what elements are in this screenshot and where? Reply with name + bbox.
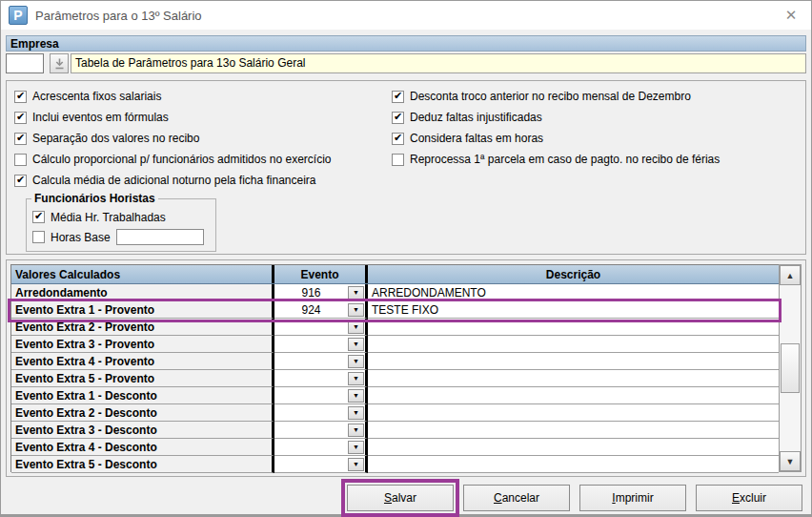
option-left-checkbox-2[interactable]: ✔ xyxy=(14,133,27,145)
table-row-7[interactable]: Evento Extra 2 - Desconto ▼ xyxy=(11,404,779,422)
option-left-checkbox-1[interactable]: ✔ xyxy=(14,112,27,124)
cell-valores: Evento Extra 3 - Desconto xyxy=(11,422,274,439)
cell-valores: Evento Extra 2 - Desconto xyxy=(11,404,274,422)
cell-descricao: ARREDONDAMENTO xyxy=(368,284,779,301)
empresa-code-input[interactable] xyxy=(6,53,44,73)
cell-descricao xyxy=(368,336,779,353)
cell-descricao xyxy=(368,422,779,439)
option-right-checkbox-1[interactable]: ✔ xyxy=(392,112,404,124)
option-left-row-0: ✔ Acrescenta fixos salariais xyxy=(14,86,392,107)
checkbox-label: Acrescenta fixos salariais xyxy=(32,90,161,103)
scroll-up-icon[interactable]: ▲ xyxy=(780,265,801,285)
checkbox-label: Calcula média de adicional noturno pela … xyxy=(32,174,316,187)
table-row-2[interactable]: Evento Extra 2 - Provento ▼ xyxy=(11,319,779,336)
cell-descricao xyxy=(368,319,779,336)
checkbox-label: Deduz faltas injustificadas xyxy=(410,111,542,124)
empresa-lookup-button[interactable] xyxy=(50,53,69,73)
valores-calculados-grid: Valores Calculados Evento Descrição Arre… xyxy=(10,264,779,472)
cell-evento[interactable]: ▼ xyxy=(274,353,368,370)
options-column-right: ✔ Desconta troco anterior no recibo mens… xyxy=(392,86,803,250)
option-right-checkbox-2[interactable]: ✔ xyxy=(392,133,404,145)
cell-valores: Arredondamento xyxy=(11,284,274,301)
evento-value: 916 xyxy=(274,286,348,300)
cell-evento[interactable]: ▼ xyxy=(274,370,368,387)
media-hr-checkbox[interactable]: ✔ xyxy=(32,211,45,223)
horas-base-label: Horas Base xyxy=(51,231,111,244)
salvar-button[interactable]: Salvar xyxy=(347,485,454,511)
horas-base-input[interactable] xyxy=(116,229,204,245)
dropdown-arrow-icon[interactable]: ▼ xyxy=(348,286,364,300)
table-row-1[interactable]: Evento Extra 1 - Provento 924 ▼ TESTE FI… xyxy=(11,301,779,319)
evento-value: 924 xyxy=(274,303,348,317)
cell-valores: Evento Extra 4 - Provento xyxy=(11,353,274,370)
valores-calculados-table-panel: Valores Calculados Evento Descrição Arre… xyxy=(6,259,806,477)
option-left-row-1: ✔ Inclui eventos em fórmulas xyxy=(14,107,392,128)
imprimir-button[interactable]: Imprimir xyxy=(579,485,686,511)
table-row-5[interactable]: Evento Extra 5 - Provento ▼ xyxy=(11,370,779,387)
cell-descricao xyxy=(368,370,779,387)
table-row-10[interactable]: Evento Extra 5 - Desconto ▼ xyxy=(11,456,779,473)
cell-valores: Evento Extra 4 - Desconto xyxy=(11,439,274,456)
horas-base-row: Horas Base xyxy=(32,227,210,247)
option-right-row-3: Reprocessa 1ª parcela em caso de pagto. … xyxy=(392,149,803,170)
cell-evento[interactable]: ▼ xyxy=(274,422,368,439)
option-left-row-3: Cálculo proporcional p/ funcionários adm… xyxy=(14,149,392,170)
cell-evento[interactable]: ▼ xyxy=(274,404,368,422)
cancelar-button[interactable]: Cancelar xyxy=(463,485,570,511)
options-left-list: ✔ Acrescenta fixos salariais ✔ Inclui ev… xyxy=(14,86,392,191)
vertical-scrollbar[interactable]: ▲ ▼ xyxy=(779,264,802,472)
option-right-checkbox-3[interactable] xyxy=(392,154,404,166)
header-evento: Evento xyxy=(274,265,368,283)
grid-body: Arredondamento 916 ▼ ARREDONDAMENTO Even… xyxy=(11,284,779,473)
cell-evento[interactable]: ▼ xyxy=(274,387,368,404)
dropdown-arrow-icon[interactable]: ▼ xyxy=(348,303,364,317)
checkbox-label: Desconta troco anterior no recibo mensal… xyxy=(410,90,691,103)
cell-descricao xyxy=(368,404,779,422)
cell-evento[interactable]: ▼ xyxy=(274,456,368,473)
scroll-down-icon[interactable]: ▼ xyxy=(780,451,801,471)
cell-evento[interactable]: ▼ xyxy=(274,336,368,353)
dropdown-arrow-icon[interactable]: ▼ xyxy=(348,406,364,420)
options-column-left: ✔ Acrescenta fixos salariais ✔ Inclui ev… xyxy=(14,86,392,250)
cell-valores: Evento Extra 2 - Provento xyxy=(11,319,274,336)
table-row-6[interactable]: Evento Extra 1 - Desconto ▼ xyxy=(11,387,779,404)
option-right-row-2: ✔ Considera faltas em horas xyxy=(392,128,803,149)
dropdown-arrow-icon[interactable]: ▼ xyxy=(348,372,364,385)
funcionarios-horistas-group: Funcionários Horistas ✔ Média Hr. Trabal… xyxy=(26,198,216,252)
dropdown-arrow-icon[interactable]: ▼ xyxy=(348,355,364,368)
close-icon[interactable]: ✕ xyxy=(773,2,809,29)
dropdown-arrow-icon[interactable]: ▼ xyxy=(348,321,364,334)
option-right-checkbox-0[interactable]: ✔ xyxy=(392,91,404,103)
dropdown-arrow-icon[interactable]: ▼ xyxy=(348,424,364,437)
empresa-row: Tabela de Parâmetros para 13o Salário Ge… xyxy=(6,53,806,73)
option-right-row-0: ✔ Desconta troco anterior no recibo mens… xyxy=(392,86,803,107)
dropdown-arrow-icon[interactable]: ▼ xyxy=(348,441,364,454)
table-row-3[interactable]: Evento Extra 3 - Provento ▼ xyxy=(11,336,779,353)
empresa-section-header: Empresa xyxy=(6,35,806,52)
button-row: SalvarCancelarImprimirExcluir xyxy=(6,483,806,513)
table-row-0[interactable]: Arredondamento 916 ▼ ARREDONDAMENTO xyxy=(11,284,779,301)
cell-evento[interactable]: ▼ xyxy=(274,439,368,456)
option-left-checkbox-3[interactable] xyxy=(14,154,27,166)
table-row-8[interactable]: Evento Extra 3 - Desconto ▼ xyxy=(11,422,779,439)
cell-valores: Evento Extra 5 - Provento xyxy=(11,370,274,387)
excluir-button[interactable]: Excluir xyxy=(696,485,802,511)
dropdown-arrow-icon[interactable]: ▼ xyxy=(348,389,364,403)
table-row-9[interactable]: Evento Extra 4 - Desconto ▼ xyxy=(11,439,779,456)
scrollbar-thumb[interactable] xyxy=(781,343,800,393)
cell-evento[interactable]: 924 ▼ xyxy=(274,301,368,319)
option-left-row-4: ✔ Calcula média de adicional noturno pel… xyxy=(14,170,392,191)
cell-evento[interactable]: 916 ▼ xyxy=(274,284,368,301)
horas-base-checkbox[interactable] xyxy=(32,231,45,243)
dialog-content: Empresa Tabela de Parâmetros para 13o Sa… xyxy=(1,30,811,514)
window-title: Parâmetros para o 13º Salário xyxy=(35,9,202,23)
cell-valores: Evento Extra 5 - Desconto xyxy=(11,456,274,473)
cell-evento[interactable]: ▼ xyxy=(274,319,368,336)
dropdown-arrow-icon[interactable]: ▼ xyxy=(348,338,364,351)
cell-descricao: TESTE FIXO xyxy=(368,301,779,319)
table-row-4[interactable]: Evento Extra 4 - Provento ▼ xyxy=(11,353,779,370)
option-left-checkbox-0[interactable]: ✔ xyxy=(14,91,27,103)
option-left-checkbox-4[interactable]: ✔ xyxy=(14,175,27,187)
dropdown-arrow-icon[interactable]: ▼ xyxy=(348,458,364,471)
cell-valores: Evento Extra 1 - Desconto xyxy=(11,387,274,404)
